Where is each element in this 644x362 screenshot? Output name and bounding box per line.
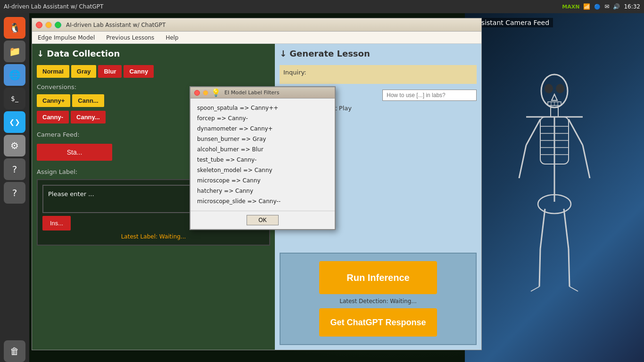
help-launcher[interactable]: ?: [4, 158, 25, 180]
dialog-close-button[interactable]: [194, 90, 200, 96]
filter-item-2: dynamometer => Canny+: [197, 124, 328, 133]
help2-launcher[interactable]: ?: [4, 182, 25, 204]
taskbar-left: AI-driven Lab Assistant w/ ChatGPT: [4, 3, 103, 10]
dialog-ok-row: OK: [190, 211, 335, 229]
taskbar-right: MAXN 📶 🔵 ✉ 🔊 16:32: [562, 3, 640, 10]
filter-item-1: forcep => Canny-: [197, 114, 328, 123]
main-area: AI-driven Lab Assistant w/ ChatGPT Edge …: [29, 13, 644, 362]
trash-launcher[interactable]: 🗑: [4, 340, 25, 362]
ubuntu-launcher[interactable]: 🐧: [4, 17, 25, 39]
clock: 16:32: [624, 3, 640, 10]
nvidia-label: MAXN: [562, 4, 579, 10]
dialog-title: EI Model Label Filters: [224, 90, 279, 96]
dock: 🐧 📁 🌐 $_ ❮❯ ⚙ ? ? 🗑: [0, 13, 29, 362]
wifi-icon: 📶: [583, 3, 590, 10]
taskbar: AI-driven Lab Assistant w/ ChatGPT MAXN …: [0, 0, 644, 13]
filter-item-8: hatchery => Canny: [197, 186, 328, 196]
filter-item-9: microscope_slide => Canny--: [197, 197, 328, 206]
files-launcher[interactable]: 📁: [4, 41, 25, 62]
terminal-launcher[interactable]: $_: [4, 88, 25, 109]
ok-button[interactable]: OK: [247, 215, 278, 225]
filter-item-6: skeleton_model => Canny: [197, 165, 328, 175]
taskbar-title: AI-driven Lab Assistant w/ ChatGPT: [4, 3, 103, 10]
dialog-titlebar: 💡 EI Model Label Filters: [190, 87, 335, 99]
browser-launcher[interactable]: 🌐: [4, 64, 25, 86]
vscode-launcher[interactable]: ❮❯: [4, 111, 25, 133]
mail-icon: ✉: [604, 3, 609, 10]
filter-item-0: spoon_spatula => Canny++: [197, 103, 328, 113]
volume-icon: 🔊: [613, 3, 620, 10]
dialog-overlay: 💡 EI Model Label Filters spoon_spatula =…: [29, 13, 644, 362]
dialog-minimize-button[interactable]: [203, 90, 208, 96]
filter-item-5: test_tube => Canny-: [197, 155, 328, 165]
lightbulb-icon: 💡: [211, 88, 221, 97]
filter-item-3: bunsen_burner => Gray: [197, 134, 328, 144]
bluetooth-icon: 🔵: [594, 4, 601, 10]
filter-item-4: alcohol_burner => Blur: [197, 145, 328, 154]
filter-item-7: microscope => Canny: [197, 176, 328, 185]
filters-dialog: 💡 EI Model Label Filters spoon_spatula =…: [190, 86, 336, 230]
settings-launcher[interactable]: ⚙: [4, 135, 25, 156]
dialog-content: spoon_spatula => Canny++ forcep => Canny…: [190, 99, 335, 211]
